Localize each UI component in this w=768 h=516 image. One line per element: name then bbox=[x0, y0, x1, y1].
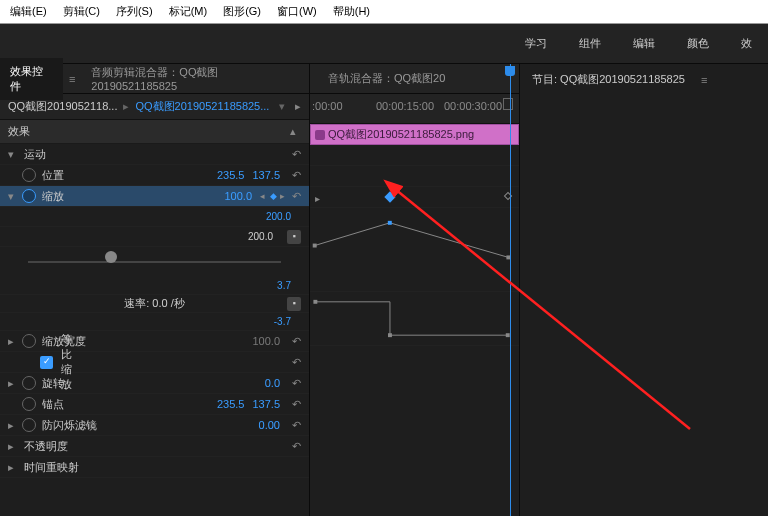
menu-marker[interactable]: 标记(M) bbox=[169, 4, 208, 19]
program-panel: 节目: QQ截图20190521185825 ≡ bbox=[520, 64, 768, 516]
ws-effects[interactable]: 效 bbox=[741, 36, 752, 51]
prev-kf-icon[interactable]: ◂ bbox=[260, 191, 268, 201]
reset-icon[interactable]: ↶ bbox=[292, 148, 301, 161]
menu-bar: 编辑(E) 剪辑(C) 序列(S) 标记(M) 图形(G) 窗口(W) 帮助(H… bbox=[0, 0, 768, 24]
stopwatch-scale[interactable] bbox=[22, 189, 36, 203]
tab-audio-track-mixer[interactable]: 音轨混合器：QQ截图20 bbox=[318, 65, 455, 92]
clip-bar[interactable]: QQ截图20190521185825.png bbox=[310, 124, 519, 145]
row-anchor[interactable]: 锚点 235.5 137.5 ↶ bbox=[0, 394, 309, 415]
clip-name: QQ截图20190521185825.png bbox=[328, 127, 474, 142]
reset-icon[interactable]: ↶ bbox=[292, 398, 301, 411]
panel-menu-icon[interactable]: ≡ bbox=[63, 73, 81, 85]
stopwatch-anchor[interactable] bbox=[22, 397, 36, 411]
stopwatch-scalew[interactable] bbox=[22, 334, 36, 348]
next-kf-icon[interactable]: ▸ bbox=[280, 191, 288, 201]
panel-menu-icon[interactable]: ≡ bbox=[695, 74, 713, 86]
toggle-timeline-icon[interactable]: ▸ bbox=[295, 100, 301, 113]
twirl-icon[interactable]: ▸ bbox=[8, 461, 22, 474]
row-scale[interactable]: ▾ 缩放 100.0 ◂ ◆ ▸ ↶ bbox=[0, 186, 309, 207]
reset-icon[interactable]: ↶ bbox=[292, 377, 301, 390]
stopwatch-flicker[interactable] bbox=[22, 418, 36, 432]
row-uniform[interactable]: ✓ 等比缩放 ↶ bbox=[0, 352, 309, 373]
menu-help[interactable]: 帮助(H) bbox=[333, 4, 370, 19]
slider-handle[interactable] bbox=[105, 251, 117, 263]
checkbox-uniform[interactable]: ✓ bbox=[40, 356, 53, 369]
reset-icon[interactable]: ↶ bbox=[292, 169, 301, 182]
row-timeremap[interactable]: ▸ 时间重映射 bbox=[0, 457, 309, 478]
ws-learn[interactable]: 学习 bbox=[525, 36, 547, 51]
twirl-icon[interactable]: ▾ bbox=[8, 148, 22, 161]
time-0: :00:00 bbox=[312, 100, 343, 112]
anchor-x[interactable]: 235.5 bbox=[217, 398, 245, 410]
row-opacity[interactable]: ▸ 不透明度 ↶ bbox=[0, 436, 309, 457]
menu-graphics[interactable]: 图形(G) bbox=[223, 4, 261, 19]
twirl-icon[interactable]: ▸ bbox=[8, 419, 22, 432]
tl-scale-row[interactable]: ▸ bbox=[310, 187, 519, 208]
rate-label: 速率: 0.0 /秒 bbox=[8, 296, 283, 311]
playhead[interactable] bbox=[510, 64, 511, 516]
rotation-label: 旋转 bbox=[40, 376, 265, 391]
rate-min: -3.7 bbox=[274, 316, 301, 327]
row-position[interactable]: 位置 235.5 137.5 ↶ bbox=[0, 165, 309, 186]
add-kf-icon[interactable]: ◆ bbox=[270, 191, 278, 201]
ws-assembly[interactable]: 组件 bbox=[579, 36, 601, 51]
dropdown-icon[interactable]: ▾ bbox=[279, 100, 285, 113]
reset-icon[interactable]: ↶ bbox=[292, 356, 301, 369]
scale-value[interactable]: 100.0 bbox=[224, 190, 252, 202]
time-1: 00:00:15:00 bbox=[376, 100, 434, 112]
zoom-in-icon[interactable]: ▪ bbox=[287, 297, 301, 311]
menu-edit[interactable]: 编辑(E) bbox=[10, 4, 47, 19]
keyframe-diamond[interactable] bbox=[384, 191, 395, 202]
scalew-value: 100.0 bbox=[252, 335, 280, 347]
menu-clip[interactable]: 剪辑(C) bbox=[63, 4, 100, 19]
reset-icon[interactable]: ↶ bbox=[292, 440, 301, 453]
twirl-icon[interactable]: ▸ bbox=[8, 335, 22, 348]
section-effects: 效果 ▴ bbox=[0, 120, 309, 144]
rate-max: 3.7 bbox=[277, 280, 301, 291]
workspace-tabs: 学习 组件 编辑 颜色 效 bbox=[0, 24, 768, 64]
tab-audio-clip-mixer[interactable]: 音频剪辑混合器：QQ截图20190521185825 bbox=[81, 59, 309, 98]
value-graph[interactable] bbox=[310, 208, 519, 292]
reset-icon[interactable]: ↶ bbox=[292, 190, 301, 203]
velocity-graph[interactable] bbox=[310, 292, 519, 346]
position-y[interactable]: 137.5 bbox=[252, 169, 280, 181]
row-motion[interactable]: ▾ 运动 ↶ bbox=[0, 144, 309, 165]
row-scale-max: 200.0 bbox=[0, 207, 309, 227]
timeremap-label: 时间重映射 bbox=[22, 460, 301, 475]
work-area-end[interactable] bbox=[503, 98, 513, 110]
ws-edit[interactable]: 编辑 bbox=[633, 36, 655, 51]
tab-effect-controls[interactable]: 效果控件 bbox=[0, 58, 63, 100]
row-rotation[interactable]: ▸ 旋转 0.0 ↶ bbox=[0, 373, 309, 394]
left-panel-tabs: 效果控件 ≡ 音频剪辑混合器：QQ截图20190521185825 bbox=[0, 64, 309, 94]
menu-window[interactable]: 窗口(W) bbox=[277, 4, 317, 19]
playhead-head-icon[interactable] bbox=[505, 66, 515, 76]
position-x[interactable]: 235.5 bbox=[217, 169, 245, 181]
flicker-value[interactable]: 0.00 bbox=[259, 419, 280, 431]
reset-icon[interactable]: ↶ bbox=[292, 335, 301, 348]
crumb-sequence[interactable]: QQ截图20190521185825... bbox=[135, 99, 269, 114]
row-scale-width[interactable]: ▸ 缩放宽度 100.0 ↶ bbox=[0, 331, 309, 352]
reset-icon[interactable]: ↶ bbox=[292, 419, 301, 432]
row-flicker[interactable]: ▸ 防闪烁滤镜 0.00 ↶ bbox=[0, 415, 309, 436]
menu-sequence[interactable]: 序列(S) bbox=[116, 4, 153, 19]
twirl-icon[interactable]: ▾ bbox=[8, 190, 22, 203]
stopwatch-position[interactable] bbox=[22, 168, 36, 182]
flicker-label: 防闪烁滤镜 bbox=[40, 418, 259, 433]
collapse-icon[interactable]: ▴ bbox=[285, 125, 301, 138]
section-effects-label: 效果 bbox=[8, 124, 285, 139]
twirl-icon[interactable]: ▸ bbox=[8, 440, 22, 453]
anchor-label: 锚点 bbox=[40, 397, 217, 412]
ws-color[interactable]: 颜色 bbox=[687, 36, 709, 51]
crumb-clip[interactable]: QQ截图2019052118... bbox=[8, 99, 117, 114]
motion-label: 运动 bbox=[22, 147, 288, 162]
anchor-y[interactable]: 137.5 bbox=[252, 398, 280, 410]
scale-slider[interactable] bbox=[0, 247, 309, 277]
kf-start[interactable]: ▸ bbox=[315, 193, 320, 204]
row-rate-max: 3.7 bbox=[0, 277, 309, 295]
stopwatch-rotation[interactable] bbox=[22, 376, 36, 390]
time-ruler[interactable]: :00:00 00:00:15:00 00:00:30:00 bbox=[310, 94, 519, 124]
rotation-value[interactable]: 0.0 bbox=[265, 377, 280, 389]
twirl-icon[interactable]: ▸ bbox=[8, 377, 22, 390]
zoom-in-icon[interactable]: ▪ bbox=[287, 230, 301, 244]
chevron-right-icon: ▸ bbox=[123, 100, 129, 113]
